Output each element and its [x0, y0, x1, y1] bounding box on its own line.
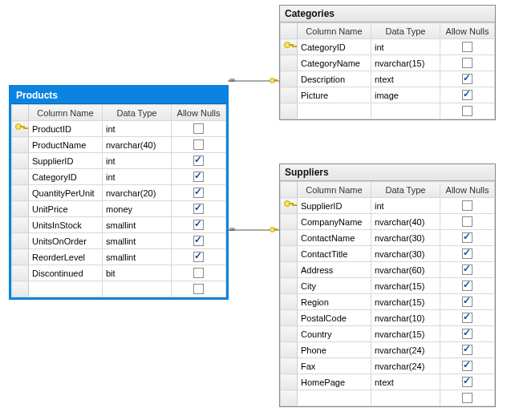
- data-type-cell[interactable]: nvarchar(40): [103, 137, 172, 153]
- allow-nulls-cell[interactable]: [440, 342, 495, 358]
- data-type-cell[interactable]: nvarchar(24): [371, 358, 440, 374]
- column-name-cell[interactable]: SupplierID: [29, 153, 103, 169]
- allow-nulls-checkbox[interactable]: [462, 42, 472, 52]
- column-name-cell[interactable]: CategoryName: [298, 55, 371, 71]
- allow-nulls-cell[interactable]: [172, 153, 226, 169]
- table-row[interactable]: ContactTitlenvarchar(30): [281, 246, 495, 262]
- column-name-cell[interactable]: QuantityPerUnit: [29, 185, 103, 201]
- allow-nulls-cell[interactable]: [172, 265, 226, 281]
- row-key-cell[interactable]: [281, 103, 298, 119]
- data-type-cell[interactable]: nvarchar(15): [371, 278, 440, 294]
- allow-nulls-cell[interactable]: [172, 249, 226, 265]
- column-name-cell[interactable]: [298, 103, 371, 119]
- allow-nulls-cell[interactable]: [440, 374, 495, 390]
- table-row[interactable]: Countrynvarchar(15): [281, 326, 495, 342]
- table-categories[interactable]: Categories Column Name Data Type Allow N…: [279, 5, 496, 120]
- table-row[interactable]: SupplierIDint: [281, 198, 495, 214]
- table-title[interactable]: Suppliers: [280, 164, 495, 181]
- column-name-cell[interactable]: CategoryID: [29, 169, 103, 185]
- data-type-cell[interactable]: ntext: [371, 71, 440, 87]
- table-row[interactable]: PostalCodenvarchar(10): [281, 310, 495, 326]
- allow-nulls-checkbox[interactable]: [193, 268, 204, 278]
- column-name-cell[interactable]: ReorderLevel: [29, 249, 103, 265]
- column-name-cell[interactable]: PostalCode: [298, 310, 371, 326]
- table-row-blank[interactable]: [281, 103, 495, 119]
- table-row[interactable]: Phonenvarchar(24): [281, 342, 495, 358]
- table-row-blank[interactable]: [281, 390, 495, 406]
- column-name-cell[interactable]: ProductID: [29, 121, 103, 137]
- row-key-cell[interactable]: [12, 281, 29, 297]
- column-name-cell[interactable]: ContactName: [298, 230, 371, 246]
- allow-nulls-checkbox[interactable]: [193, 155, 204, 166]
- allow-nulls-checkbox[interactable]: [462, 393, 472, 403]
- table-row[interactable]: Regionnvarchar(15): [281, 294, 495, 310]
- allow-nulls-checkbox[interactable]: [462, 361, 472, 371]
- allow-nulls-checkbox[interactable]: [462, 216, 472, 227]
- table-title[interactable]: Categories: [280, 6, 495, 22]
- allow-nulls-checkbox[interactable]: [462, 248, 472, 259]
- column-name-cell[interactable]: SupplierID: [298, 198, 371, 214]
- data-type-cell[interactable]: int: [103, 153, 172, 169]
- allow-nulls-cell[interactable]: [172, 185, 226, 201]
- allow-nulls-cell[interactable]: [440, 71, 495, 87]
- table-row[interactable]: ProductIDint: [12, 121, 226, 137]
- table-row[interactable]: Descriptionntext: [281, 71, 495, 87]
- allow-nulls-cell[interactable]: [172, 201, 226, 217]
- table-row[interactable]: UnitPricemoney: [12, 201, 226, 217]
- allow-nulls-checkbox[interactable]: [193, 252, 204, 262]
- table-row[interactable]: ProductNamenvarchar(40): [12, 137, 226, 153]
- column-name-cell[interactable]: UnitPrice: [29, 201, 103, 217]
- data-type-cell[interactable]: ntext: [371, 374, 440, 390]
- table-row[interactable]: ContactNamenvarchar(30): [281, 230, 495, 246]
- allow-nulls-cell[interactable]: [172, 233, 226, 249]
- allow-nulls-checkbox[interactable]: [462, 106, 472, 116]
- column-name-cell[interactable]: Region: [298, 294, 371, 310]
- column-name-cell[interactable]: HomePage: [298, 374, 371, 390]
- allow-nulls-cell[interactable]: [440, 326, 495, 342]
- data-type-cell[interactable]: smallint: [103, 233, 172, 249]
- table-row[interactable]: Faxnvarchar(24): [281, 358, 495, 374]
- allow-nulls-checkbox[interactable]: [462, 281, 472, 291]
- allow-nulls-checkbox[interactable]: [462, 377, 472, 387]
- allow-nulls-cell[interactable]: [440, 310, 495, 326]
- data-type-cell[interactable]: nvarchar(15): [371, 326, 440, 342]
- allow-nulls-cell[interactable]: [172, 137, 226, 153]
- allow-nulls-cell[interactable]: [440, 230, 495, 246]
- table-row[interactable]: UnitsInStocksmallint: [12, 217, 226, 233]
- data-type-cell[interactable]: nvarchar(60): [371, 262, 440, 278]
- table-row[interactable]: Discontinuedbit: [12, 265, 226, 281]
- table-row[interactable]: QuantityPerUnitnvarchar(20): [12, 185, 226, 201]
- allow-nulls-checkbox[interactable]: [193, 172, 204, 182]
- column-name-cell[interactable]: City: [298, 278, 371, 294]
- column-name-cell[interactable]: Phone: [298, 342, 371, 358]
- table-row[interactable]: Addressnvarchar(60): [281, 262, 495, 278]
- allow-nulls-cell[interactable]: [172, 169, 226, 185]
- allow-nulls-checkbox[interactable]: [193, 123, 204, 134]
- table-row[interactable]: Pictureimage: [281, 87, 495, 103]
- column-name-cell[interactable]: UnitsInStock: [29, 217, 103, 233]
- column-name-cell[interactable]: Country: [298, 326, 371, 342]
- allow-nulls-cell[interactable]: [172, 121, 226, 137]
- allow-nulls-checkbox[interactable]: [193, 236, 204, 246]
- row-key-cell[interactable]: [281, 390, 298, 406]
- data-type-cell[interactable]: nvarchar(30): [371, 230, 440, 246]
- allow-nulls-cell[interactable]: [440, 262, 495, 278]
- column-name-cell[interactable]: CategoryID: [298, 39, 371, 55]
- column-name-cell[interactable]: Address: [298, 262, 371, 278]
- table-row[interactable]: CategoryIDint: [12, 169, 226, 185]
- allow-nulls-cell[interactable]: [440, 294, 495, 310]
- allow-nulls-cell[interactable]: [440, 214, 495, 230]
- table-row[interactable]: CompanyNamenvarchar(40): [281, 214, 495, 230]
- data-type-cell[interactable]: [371, 103, 440, 119]
- column-name-cell[interactable]: [29, 281, 103, 297]
- data-type-cell[interactable]: [103, 281, 172, 297]
- data-type-cell[interactable]: [371, 390, 440, 406]
- table-row[interactable]: SupplierIDint: [12, 153, 226, 169]
- column-name-cell[interactable]: Description: [298, 71, 371, 87]
- allow-nulls-cell[interactable]: [440, 390, 495, 406]
- allow-nulls-checkbox[interactable]: [462, 345, 472, 355]
- data-type-cell[interactable]: int: [103, 169, 172, 185]
- allow-nulls-cell[interactable]: [440, 55, 495, 71]
- allow-nulls-checkbox[interactable]: [193, 204, 204, 214]
- allow-nulls-cell[interactable]: [440, 87, 495, 103]
